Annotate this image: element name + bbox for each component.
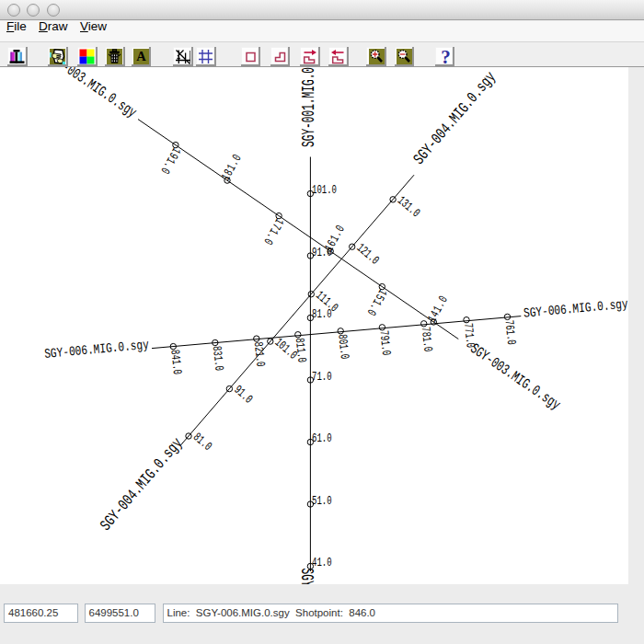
svg-text:101.0: 101.0 <box>312 183 337 196</box>
svg-text:SGY-006.MIG.0.sgy: SGY-006.MIG.0.sgy <box>44 337 150 362</box>
svg-text:51.0: 51.0 <box>312 493 332 506</box>
svg-text:?: ? <box>441 49 451 66</box>
svg-text:781.0: 781.0 <box>419 326 434 351</box>
svg-text:81.0: 81.0 <box>190 430 214 453</box>
svg-text:SGY-003.MIG.0.sgy: SGY-003.MIG.0.sgy <box>467 340 563 413</box>
svg-text:SGY-001.MIG.0.sgy: SGY-001.MIG.0.sgy <box>299 67 319 147</box>
svg-text:SGY-004.MIG.0.sgy: SGY-004.MIG.0.sgy <box>410 68 500 167</box>
svg-text:SGY-006.MIG.0.sgy: SGY-006.MIG.0.sgy <box>523 296 627 321</box>
svg-text:141.0: 141.0 <box>426 293 451 324</box>
svg-text:SGY-001.MIG.0.sgy: SGY-001.MIG.0.sgy <box>296 568 316 584</box>
svg-text:161.0: 161.0 <box>322 222 347 253</box>
svg-text:SGY-004.MIG.0.sgy: SGY-004.MIG.0.sgy <box>98 434 187 534</box>
svg-text:71.0: 71.0 <box>312 369 332 382</box>
svg-text:791.0: 791.0 <box>377 329 393 355</box>
svg-text:181.0: 181.0 <box>219 151 244 182</box>
svg-text:151.0: 151.0 <box>364 286 389 317</box>
svg-text:121.0: 121.0 <box>354 241 382 267</box>
svg-text:841.0: 841.0 <box>168 349 184 374</box>
svg-text:811.0: 811.0 <box>293 337 308 362</box>
svg-text:171.0: 171.0 <box>261 215 286 247</box>
svg-text:191.0: 191.0 <box>157 144 182 176</box>
svg-text:41.0: 41.0 <box>312 556 332 569</box>
svg-text:A: A <box>136 49 146 63</box>
svg-text:821.0: 821.0 <box>251 340 267 366</box>
svg-text:61.0: 61.0 <box>312 431 332 444</box>
svg-text:91.0: 91.0 <box>232 383 256 406</box>
svg-text:831.0: 831.0 <box>210 345 225 371</box>
svg-text:SGY-003.MIG.0.sgy: SGY-003.MIG.0.sgy <box>43 67 139 121</box>
svg-text:801.0: 801.0 <box>336 333 351 359</box>
svg-text:131.0: 131.0 <box>395 193 422 219</box>
svg-text:761.0: 761.0 <box>502 319 518 345</box>
